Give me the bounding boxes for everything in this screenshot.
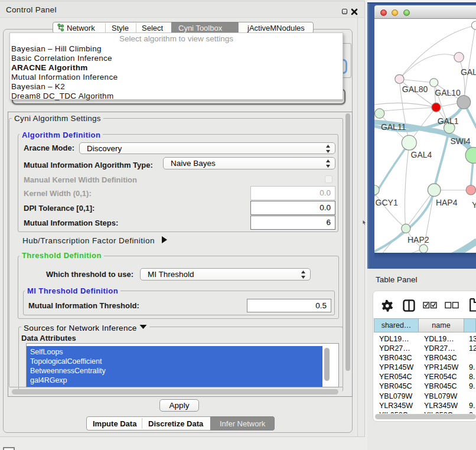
- svg-text:GAL11: GAL11: [381, 122, 406, 132]
- svg-text:Y: Y: [472, 200, 476, 210]
- svg-text:GAL10: GAL10: [435, 88, 461, 97]
- svg-text:GCY1: GCY1: [376, 198, 398, 207]
- svg-text:GAL7: GAL7: [461, 67, 476, 77]
- svg-text:GAL80: GAL80: [402, 84, 428, 94]
- svg-text:HAP2: HAP2: [407, 235, 429, 244]
- svg-text:GAL4: GAL4: [411, 150, 432, 159]
- svg-text:GAL1: GAL1: [438, 116, 459, 126]
- svg-text:SWI4: SWI4: [450, 136, 470, 146]
- svg-text:HAP4: HAP4: [436, 198, 458, 207]
